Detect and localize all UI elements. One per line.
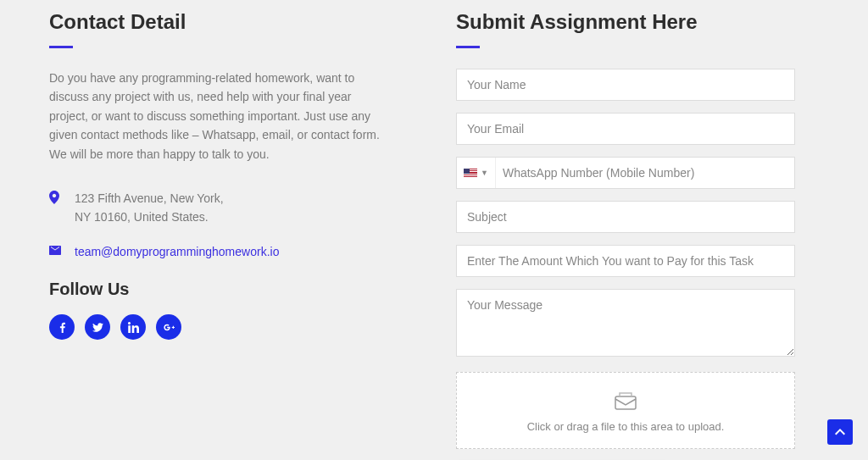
name-input[interactable] [456, 69, 795, 101]
chevron-up-icon [835, 427, 845, 437]
scroll-to-top-button[interactable] [827, 419, 853, 445]
email-row: team@domyprogramminghomework.io [49, 242, 388, 261]
address-line2: NY 10160, United States. [75, 210, 209, 224]
linkedin-icon [128, 322, 139, 333]
contact-underline [49, 46, 73, 48]
us-flag-icon [464, 169, 477, 178]
envelope-icon [49, 242, 75, 258]
facebook-icon [57, 322, 68, 333]
message-textarea[interactable] [456, 289, 795, 357]
phone-input[interactable] [496, 158, 794, 188]
linkedin-button[interactable] [120, 314, 146, 340]
amount-input[interactable] [456, 245, 795, 277]
address-line1: 123 Fifth Avenue, New York, [75, 191, 224, 205]
svg-rect-0 [615, 396, 636, 409]
subject-input[interactable] [456, 201, 795, 233]
twitter-button[interactable] [85, 314, 110, 340]
country-select[interactable]: ▼ [457, 158, 496, 188]
file-upload-dropzone[interactable]: Click or drag a file to this area to upl… [456, 372, 795, 449]
facebook-button[interactable] [49, 314, 75, 340]
twitter-icon [92, 322, 103, 333]
googleplus-button[interactable] [156, 314, 181, 340]
social-links [49, 314, 388, 340]
follow-title: Follow Us [49, 280, 388, 299]
email-input[interactable] [456, 113, 795, 145]
contact-description: Do you have any programming-related home… [49, 69, 388, 163]
form-title: Submit Assignment Here [456, 10, 795, 34]
googleplus-icon [164, 322, 175, 333]
address-text: 123 Fifth Avenue, New York, NY 10160, Un… [75, 189, 224, 227]
address-row: 123 Fifth Avenue, New York, NY 10160, Un… [49, 189, 388, 227]
contact-title: Contact Detail [49, 10, 388, 34]
upload-icon [465, 391, 786, 413]
chevron-down-icon: ▼ [481, 169, 488, 177]
email-link[interactable]: team@domyprogramminghomework.io [75, 245, 279, 258]
contact-desc-2: We will be more than happy to talk to yo… [49, 147, 270, 161]
form-underline [456, 46, 480, 48]
location-icon [49, 189, 75, 207]
upload-text: Click or drag a file to this area to upl… [465, 420, 786, 433]
contact-desc-1: Do you have any programming-related home… [49, 71, 380, 141]
